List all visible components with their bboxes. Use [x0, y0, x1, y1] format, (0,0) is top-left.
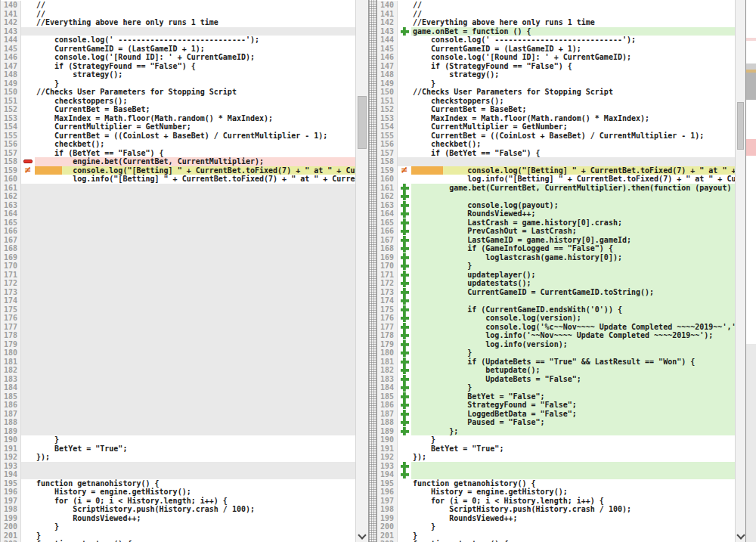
right-code-text[interactable]: LoggedBetData = "False";	[411, 410, 735, 419]
right-code-text[interactable]: betupdate();	[411, 366, 735, 375]
right-code-text[interactable]: CurrentGameID = CurrentGameID.toString()…	[411, 288, 735, 297]
left-scrollbar-down-button[interactable]	[356, 530, 368, 542]
right-code-text[interactable]: checkstoppers();	[411, 97, 735, 106]
left-code-text[interactable]: strategy();	[35, 70, 355, 79]
right-code-text[interactable]: console.log('[Round ID]: ' + CurrentGame…	[411, 53, 735, 62]
right-code-text[interactable]: //Everything above here only runs 1 time	[411, 18, 735, 27]
left-code-text[interactable]: if (StrategyFound == "False") {	[35, 62, 355, 71]
right-code-text[interactable]: strategy();	[411, 70, 735, 79]
left-code-text[interactable]	[35, 314, 355, 323]
right-code-text[interactable]: updateplayer();	[411, 271, 735, 280]
pane-splitter[interactable]	[368, 0, 377, 542]
left-code-text[interactable]: console.log('[Round ID]: ' + CurrentGame…	[35, 53, 355, 62]
right-code-text[interactable]: console.log(payout);	[411, 201, 735, 210]
left-code-text[interactable]	[35, 296, 355, 305]
left-code-text[interactable]: }	[35, 435, 355, 444]
left-code-text[interactable]	[35, 227, 355, 236]
right-code-text[interactable]: log.info('~~Nov~~~~ Update Completed ~~~…	[411, 331, 735, 340]
right-code-text[interactable]	[411, 157, 735, 166]
right-scrollbar-thumb[interactable]	[737, 102, 744, 150]
right-code-text[interactable]: });	[411, 453, 735, 462]
left-code-text[interactable]: //Everything above here only runs 1 time	[35, 18, 355, 27]
right-code-text[interactable]: History = engine.getHistory();	[411, 488, 735, 497]
left-code-text[interactable]: //	[35, 10, 355, 19]
left-code-text[interactable]: RoundsViewed++;	[35, 514, 355, 523]
left-code-text[interactable]: });	[35, 453, 355, 462]
right-code-text[interactable]: game.bet(CurrentBet, CurrentMultiplier).…	[411, 184, 735, 193]
right-code-text[interactable]: loglastcrash(game.history[0]);	[411, 253, 735, 262]
right-code-text[interactable]: console.log('%c~~Nov~~~~ Update Complete…	[411, 323, 735, 332]
right-code-text[interactable]: ScriptHistory.push(History.crash / 100);	[411, 505, 735, 514]
right-code-text[interactable]	[411, 462, 735, 471]
left-code-text[interactable]	[35, 244, 355, 253]
left-code-text[interactable]	[35, 462, 355, 471]
right-code-text[interactable]: if (GameInfoLogged == "False") {	[411, 244, 735, 253]
left-code-text[interactable]	[35, 427, 355, 436]
left-code-text[interactable]	[35, 209, 355, 218]
left-code-text[interactable]	[35, 375, 355, 384]
right-code-text[interactable]: //	[411, 1, 735, 10]
right-code-text[interactable]: console.log("[Betting] " + CurrentBet.to…	[411, 166, 735, 175]
right-code-text[interactable]: if (StrategyFound == "False") {	[411, 62, 735, 71]
right-code-text[interactable]: checkbet();	[411, 140, 735, 149]
right-code-text[interactable]: if (UpdateBets == "True" && LastResult =…	[411, 358, 735, 367]
left-code-text[interactable]: checkbet();	[35, 140, 355, 149]
left-code-text[interactable]	[35, 401, 355, 410]
left-code-text[interactable]: ScriptHistory.push(History.crash / 100);	[35, 505, 355, 514]
right-scrollbar-down-button[interactable]	[736, 530, 745, 542]
right-code-text[interactable]: LastCrash = game.history[0].crash;	[411, 218, 735, 228]
right-code-text[interactable]: };	[411, 427, 735, 436]
right-code-text[interactable]: }	[411, 522, 735, 531]
right-code-text[interactable]: BetYet = "False";	[411, 392, 735, 401]
left-code-text[interactable]: CurrentBet = ((CoinLost + BaseBet) / Cur…	[35, 132, 355, 141]
left-code-text[interactable]	[35, 470, 355, 479]
right-code-text[interactable]: RoundsViewed++;	[411, 209, 735, 218]
right-code-text[interactable]: RoundsViewed++;	[411, 514, 735, 523]
left-code-text[interactable]: //Checks User Parameters for Stopping Sc…	[35, 88, 355, 97]
right-code-text[interactable]: if (BetYet == "False") {	[411, 149, 735, 158]
left-code-text[interactable]	[35, 262, 355, 271]
right-code-text[interactable]: CurrentGameID = (LastGameID + 1);	[411, 45, 735, 54]
left-code-text[interactable]: CurrentGameID = (LastGameID + 1);	[35, 45, 355, 54]
right-code-text[interactable]: log.info(version);	[411, 340, 735, 349]
left-code-text[interactable]: }	[35, 79, 355, 88]
left-code-text[interactable]: CurrentBet = BaseBet;	[35, 105, 355, 114]
left-code-text[interactable]: }	[35, 531, 355, 540]
left-code-text[interactable]: console.log("[Betting] " + CurrentBet.to…	[35, 166, 355, 175]
right-code-text[interactable]: //Checks User Parameters for Stopping Sc…	[411, 88, 735, 97]
right-code-text[interactable]: //	[411, 10, 735, 19]
right-code-text[interactable]: LastGameID = game.history[0].gameId;	[411, 236, 735, 245]
left-code-text[interactable]	[35, 392, 355, 401]
left-code-text[interactable]	[35, 358, 355, 367]
right-code-text[interactable]: updatestats();	[411, 279, 735, 288]
right-code-text[interactable]: }	[411, 435, 735, 444]
left-code-text[interactable]	[35, 323, 355, 332]
left-code-text[interactable]	[35, 184, 355, 193]
right-code-text[interactable]: PrevCashOut = LastCrash;	[411, 227, 735, 236]
right-code-text[interactable]: CurrentBet = ((CoinLost + BaseBet) / Cur…	[411, 132, 735, 141]
right-code-text[interactable]	[411, 192, 735, 201]
right-code-text[interactable]: log.info("[Betting] " + CurrentBet.toFix…	[411, 175, 735, 184]
left-code-text[interactable]	[35, 410, 355, 419]
right-code-text[interactable]: }	[411, 383, 735, 392]
overview-strip[interactable]	[745, 0, 756, 542]
left-code-text[interactable]: if (BetYet == "False") {	[35, 149, 355, 158]
right-code-text[interactable]	[411, 470, 735, 479]
left-code-text[interactable]: History = engine.getHistory();	[35, 488, 355, 497]
left-code-text[interactable]: console.log(' --------------------------…	[35, 36, 355, 45]
left-code-text[interactable]: log.info("[Betting] " + CurrentBet.toFix…	[35, 175, 355, 184]
left-code-text[interactable]	[35, 271, 355, 280]
right-code-text[interactable]: CurrentMultiplier = GetNumber;	[411, 122, 735, 132]
left-code-text[interactable]: CurrentMultiplier = GetNumber;	[35, 122, 355, 132]
left-code-text[interactable]: BetYet = "True";	[35, 444, 355, 454]
right-code-text[interactable]: for (i = 0; i < History.length; i++) {	[411, 497, 735, 506]
left-code-text[interactable]: for (i = 0; i < History.length; i++) {	[35, 497, 355, 506]
right-code-text[interactable]: MaxIndex = Math.floor(Math.random() * Ma…	[411, 114, 735, 123]
left-code-text[interactable]	[35, 418, 355, 427]
left-code-text[interactable]	[35, 253, 355, 262]
left-code-text[interactable]	[35, 366, 355, 375]
right-code-text[interactable]: if (CurrentGameID.endsWith('0')) {	[411, 305, 735, 314]
left-code-text[interactable]: //	[35, 1, 355, 10]
left-scrollbar-thumb[interactable]	[358, 96, 367, 149]
left-code-text[interactable]: }	[35, 522, 355, 531]
